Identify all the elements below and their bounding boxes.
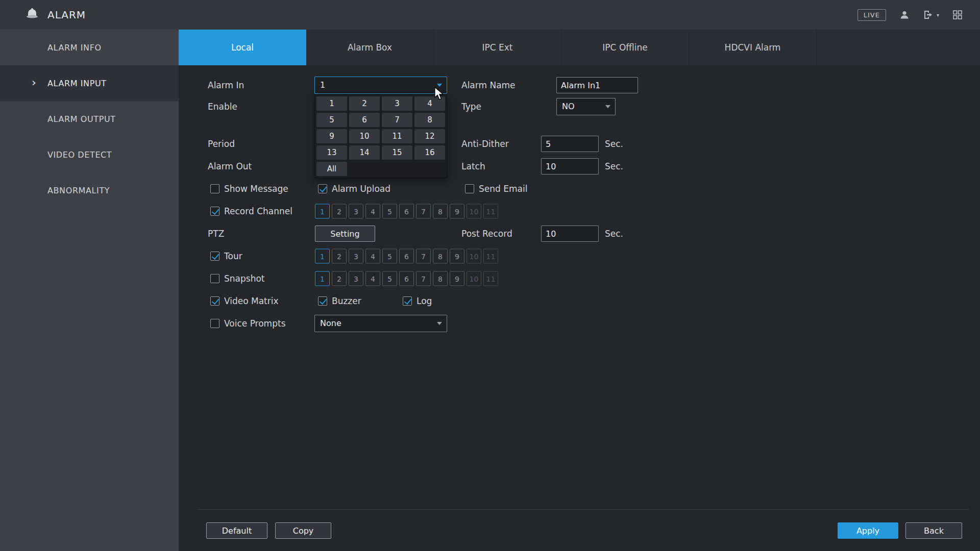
row-enable-type: Enable Type NO bbox=[179, 95, 980, 118]
tab-ipc-ext[interactable]: IPC Ext bbox=[434, 30, 561, 65]
alarm-in-option-8[interactable]: 8 bbox=[414, 113, 445, 127]
sidebar-item-video-detect[interactable]: VIDEO DETECT bbox=[0, 137, 179, 172]
ptz-setting-button[interactable]: Setting bbox=[315, 226, 375, 242]
user-icon[interactable] bbox=[899, 10, 910, 20]
alarm-settings-window: ALARM LIVE ▾ bbox=[0, 0, 980, 551]
channel-3-button[interactable]: 3 bbox=[349, 271, 363, 286]
channel-9-button[interactable]: 9 bbox=[450, 249, 464, 264]
channel-5-button[interactable]: 5 bbox=[382, 249, 397, 264]
channel-2-button[interactable]: 2 bbox=[332, 204, 347, 219]
alarm-in-option-13[interactable]: 13 bbox=[316, 145, 347, 160]
channel-1-button[interactable]: 1 bbox=[315, 249, 330, 264]
checkbox-icon bbox=[403, 296, 412, 306]
voice-prompts-checkbox[interactable]: Voice Prompts bbox=[210, 318, 286, 329]
channel-6-button[interactable]: 6 bbox=[399, 249, 414, 264]
channel-2-button[interactable]: 2 bbox=[332, 249, 347, 264]
alarm-upload-checkbox[interactable]: Alarm Upload bbox=[318, 184, 390, 194]
channel-10-button[interactable]: 10 bbox=[467, 204, 481, 219]
alarm-in-option-7[interactable]: 7 bbox=[382, 113, 412, 127]
sidebar-item-alarm-output[interactable]: ALARM OUTPUT bbox=[0, 101, 179, 137]
tab-hdcvi-alarm[interactable]: HDCVI Alarm bbox=[689, 30, 817, 65]
channel-5-button[interactable]: 5 bbox=[382, 204, 397, 219]
sidebar-item-alarm-info[interactable]: ALARM INFO bbox=[0, 30, 179, 65]
channel-4-button[interactable]: 4 bbox=[365, 271, 380, 286]
apply-button[interactable]: Apply bbox=[838, 522, 898, 539]
checkbox-icon bbox=[210, 207, 219, 216]
page-title: ALARM bbox=[47, 9, 86, 21]
channel-6-button[interactable]: 6 bbox=[399, 271, 414, 286]
channel-11-button[interactable]: 11 bbox=[483, 204, 498, 219]
alarm-in-dropdown[interactable]: 1 bbox=[314, 77, 447, 94]
type-dropdown[interactable]: NO bbox=[556, 98, 616, 115]
live-button[interactable]: LIVE bbox=[857, 9, 886, 21]
channel-5-button[interactable]: 5 bbox=[382, 271, 397, 286]
latch-input[interactable] bbox=[541, 158, 599, 174]
tab-local[interactable]: Local bbox=[179, 30, 306, 65]
default-button[interactable]: Default bbox=[206, 522, 267, 539]
alarm-in-option-all[interactable]: All bbox=[316, 162, 347, 176]
channel-6-button[interactable]: 6 bbox=[399, 204, 414, 219]
alarm-in-option-11[interactable]: 11 bbox=[382, 129, 412, 143]
tour-checkbox[interactable]: Tour bbox=[210, 251, 242, 261]
logout-icon[interactable]: ▾ bbox=[923, 10, 939, 20]
channel-10-button[interactable]: 10 bbox=[467, 249, 481, 264]
send-email-checkbox[interactable]: Send Email bbox=[465, 184, 527, 194]
channel-11-button[interactable]: 11 bbox=[483, 271, 498, 286]
sidebar-item-alarm-input[interactable]: ›ALARM INPUT bbox=[0, 65, 179, 101]
channel-9-button[interactable]: 9 bbox=[450, 204, 464, 219]
sidebar-item-abnormality[interactable]: ABNORMALITY bbox=[0, 172, 179, 208]
post-record-input[interactable] bbox=[541, 226, 599, 242]
split-screen-icon[interactable] bbox=[952, 10, 963, 20]
anti-dither-unit: Sec. bbox=[605, 139, 623, 149]
sidebar-item-label: ALARM INFO bbox=[47, 43, 102, 53]
alarm-in-option-2[interactable]: 2 bbox=[349, 96, 380, 111]
channel-3-button[interactable]: 3 bbox=[349, 204, 363, 219]
anti-dither-input[interactable] bbox=[541, 136, 599, 152]
channel-7-button[interactable]: 7 bbox=[416, 204, 431, 219]
alarm-in-option-1[interactable]: 1 bbox=[316, 96, 347, 111]
channel-8-button[interactable]: 8 bbox=[433, 249, 448, 264]
show-message-checkbox[interactable]: Show Message bbox=[210, 184, 288, 194]
alarm-in-option-3[interactable]: 3 bbox=[382, 96, 412, 111]
record-channel-checkbox[interactable]: Record Channel bbox=[210, 206, 292, 216]
alarm-in-option-4[interactable]: 4 bbox=[414, 96, 445, 111]
video-matrix-checkbox[interactable]: Video Matrix bbox=[210, 296, 279, 306]
alarm-in-option-5[interactable]: 5 bbox=[316, 113, 347, 127]
alarm-name-input[interactable] bbox=[556, 77, 638, 93]
channel-1-button[interactable]: 1 bbox=[315, 204, 330, 219]
latch-unit: Sec. bbox=[605, 161, 623, 171]
channel-7-button[interactable]: 7 bbox=[416, 271, 431, 286]
channel-8-button[interactable]: 8 bbox=[433, 271, 448, 286]
tab-ipc-offline[interactable]: IPC Offline bbox=[561, 30, 689, 65]
channel-11-button[interactable]: 11 bbox=[483, 249, 498, 264]
alarm-in-option-16[interactable]: 16 bbox=[414, 145, 445, 160]
alarm-in-option-15[interactable]: 15 bbox=[382, 145, 412, 160]
voice-prompts-dropdown[interactable]: None bbox=[314, 315, 447, 332]
sidebar-item-label: VIDEO DETECT bbox=[47, 150, 112, 160]
log-checkbox[interactable]: Log bbox=[403, 296, 432, 306]
alarm-in-option-12[interactable]: 12 bbox=[414, 129, 445, 143]
tab-alarm-box[interactable]: Alarm Box bbox=[306, 30, 434, 65]
alarm-in-option-9[interactable]: 9 bbox=[316, 129, 347, 143]
channel-4-button[interactable]: 4 bbox=[365, 249, 380, 264]
alarm-in-option-10[interactable]: 10 bbox=[349, 129, 380, 143]
sidebar-item-label: ALARM INPUT bbox=[47, 79, 107, 88]
channel-9-button[interactable]: 9 bbox=[450, 271, 464, 286]
alarm-in-option-6[interactable]: 6 bbox=[349, 113, 380, 127]
channel-3-button[interactable]: 3 bbox=[349, 249, 363, 264]
top-bar-left: ALARM bbox=[26, 7, 86, 22]
channel-10-button[interactable]: 10 bbox=[467, 271, 481, 286]
alarm-in-option-14[interactable]: 14 bbox=[349, 145, 380, 160]
row-ptz-postrecord: PTZ Setting Post Record Sec. bbox=[179, 222, 980, 245]
back-button[interactable]: Back bbox=[905, 522, 962, 539]
buzzer-checkbox[interactable]: Buzzer bbox=[318, 296, 361, 306]
record-channel-buttons: 1234567891011 bbox=[315, 204, 498, 219]
channel-1-button[interactable]: 1 bbox=[315, 271, 330, 286]
channel-4-button[interactable]: 4 bbox=[365, 204, 380, 219]
channel-2-button[interactable]: 2 bbox=[332, 271, 347, 286]
channel-7-button[interactable]: 7 bbox=[416, 249, 431, 264]
snapshot-checkbox[interactable]: Snapshot bbox=[210, 273, 264, 284]
channel-8-button[interactable]: 8 bbox=[433, 204, 448, 219]
chevron-down-icon: ▾ bbox=[937, 12, 939, 18]
copy-button[interactable]: Copy bbox=[275, 522, 331, 539]
